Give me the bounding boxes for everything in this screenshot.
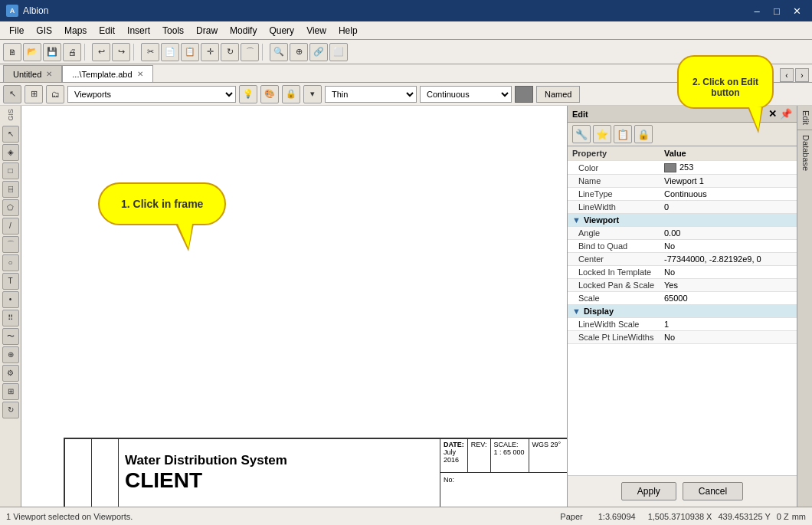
refresh-icon[interactable]: ↻ [2, 402, 19, 418]
dropdown-btn[interactable]: ▾ [303, 85, 322, 103]
tab-template[interactable]: ...\Template.abd ✕ [62, 65, 152, 82]
canvas-area[interactable]: 1. Click in frame Water Distribution Sys… [21, 106, 567, 507]
save-button[interactable]: 💾 [43, 43, 61, 61]
right-labels: Edit Database [797, 106, 812, 507]
menu-help[interactable]: Help [332, 24, 364, 38]
props-panel-wrap: Edit ✕ 📌 2. Click on Edit button [567, 106, 812, 507]
select-icon[interactable]: ↖ [2, 126, 19, 143]
new-button[interactable]: 🗎 [3, 43, 21, 61]
prop-val-2: Continuous [660, 188, 797, 201]
props-tool1[interactable]: 🔧 [572, 125, 591, 143]
menu-modify[interactable]: Modify [224, 24, 263, 38]
app-icon: A [6, 5, 18, 17]
menu-tools[interactable]: Tools [156, 24, 190, 38]
props-tool2[interactable]: ⭐ [593, 125, 611, 143]
redo-button[interactable]: ↪ [112, 43, 130, 61]
apply-button[interactable]: Apply [621, 482, 676, 500]
props-tool4[interactable]: 🔒 [634, 125, 653, 143]
lightbulb-btn[interactable]: 💡 [239, 85, 257, 103]
menu-gis[interactable]: GIS [30, 24, 58, 38]
snap-icon[interactable]: ⊕ [2, 346, 19, 363]
wave-icon[interactable]: 〜 [2, 328, 19, 345]
title-block: Water Distribution System CLIENT DATE: J… [64, 438, 567, 507]
col-header-value: Value [660, 146, 797, 161]
close-button[interactable]: ✕ [787, 3, 806, 18]
menu-edit[interactable]: Edit [93, 24, 121, 38]
edit-side-label[interactable]: Edit [797, 106, 812, 130]
props-tool3[interactable]: 📋 [614, 125, 632, 143]
menu-draw[interactable]: Draw [190, 24, 224, 38]
text-icon[interactable]: T [2, 273, 19, 290]
prop-val-8: No [660, 266, 797, 279]
move-button[interactable]: ✛ [201, 43, 219, 61]
status-coord-y: 439.453125 Y [718, 512, 770, 521]
cancel-button[interactable]: Cancel [683, 482, 743, 500]
toolbar-sep-3 [262, 44, 267, 61]
undo-button[interactable]: ↩ [92, 43, 110, 61]
status-bar: 1 Viewport selected on Viewports. Paper … [0, 507, 812, 525]
tab-template-close[interactable]: ✕ [137, 70, 143, 78]
menu-view[interactable]: View [300, 24, 332, 38]
print-button[interactable]: 🖨 [63, 43, 81, 61]
lock-btn[interactable]: 🔒 [282, 85, 300, 103]
prop-val-0: 253 [660, 161, 797, 175]
menu-maps[interactable]: Maps [58, 24, 93, 38]
select-tool-btn[interactable]: ↖ [3, 85, 21, 103]
title-bar: A Albion – □ ✕ [0, 0, 812, 21]
arc-button[interactable]: ⌒ [241, 43, 259, 61]
tab-untitled[interactable]: Untitled ✕ [3, 65, 62, 82]
database-side-label[interactable]: Database [797, 130, 812, 176]
zoom-button[interactable]: 🔍 [270, 43, 288, 61]
node-icon[interactable]: ◈ [2, 144, 19, 161]
menu-query[interactable]: Query [263, 24, 300, 38]
maximize-button[interactable]: □ [768, 3, 786, 18]
polygon-icon[interactable]: ⬠ [2, 199, 19, 216]
menu-insert[interactable]: Insert [121, 24, 156, 38]
rotate-button[interactable]: ↻ [221, 43, 239, 61]
tab-untitled-close[interactable]: ✕ [46, 70, 52, 78]
tab-prev[interactable]: ‹ [780, 68, 794, 82]
dots-icon[interactable]: ⠿ [2, 310, 19, 326]
line-icon[interactable]: / [2, 218, 19, 235]
prop-name-8: Locked In Template [568, 266, 660, 279]
tb-date-cell: DATE: July2016 [440, 439, 468, 472]
status-coord-z: 0 Z [777, 512, 789, 521]
gear-icon[interactable]: ⚙ [2, 365, 19, 382]
prop-name-5: Angle [568, 227, 660, 240]
fence-icon[interactable]: ⌸ [2, 181, 19, 198]
props-header-label: Edit [572, 110, 588, 119]
copy-button[interactable]: 📄 [161, 43, 179, 61]
prop-val-7: -77344000, -2.82192e9, 0 [660, 253, 797, 266]
dot-icon[interactable]: • [2, 291, 19, 308]
arc-icon[interactable]: ⌒ [2, 236, 19, 253]
layers-btn[interactable]: 🗂 [46, 85, 64, 103]
open-button[interactable]: 📂 [23, 43, 41, 61]
zoom2-button[interactable]: ⊕ [290, 43, 308, 61]
bubble2: 2. Click on Edit button [677, 55, 774, 109]
menu-file[interactable]: File [3, 24, 30, 38]
tb-right-bottom: No: [440, 473, 567, 487]
tb-scale-val: 1 : 65 000 [494, 448, 526, 456]
cut-button[interactable]: ✂ [141, 43, 159, 61]
linetype-select[interactable]: Thin [325, 86, 417, 103]
grid-icon[interactable]: ⊞ [2, 383, 19, 400]
color-sel-btn[interactable]: 🎨 [260, 85, 279, 103]
tb-scale-label: SCALE: [494, 441, 526, 448]
named-button[interactable]: Named [536, 86, 580, 103]
minimize-button[interactable]: – [748, 3, 766, 18]
crosshair-btn[interactable]: ⊞ [25, 85, 43, 103]
viewport-select[interactable]: Viewports [67, 86, 236, 103]
tb-date-val: July2016 [444, 448, 464, 464]
color-picker-box[interactable] [515, 86, 533, 103]
prop-name-7: Center [568, 253, 660, 266]
props-close-icon[interactable]: ✕ [768, 108, 777, 120]
props-pin-icon[interactable]: 📌 [780, 108, 792, 120]
continuous-select[interactable]: Continuous [420, 86, 512, 103]
pan-button[interactable]: 🔗 [309, 43, 328, 61]
select-button[interactable]: ⬜ [329, 43, 348, 61]
circle-icon[interactable]: ○ [2, 254, 19, 271]
prop-name-12: LineWidth Scale [568, 318, 660, 331]
paste-button[interactable]: 📋 [181, 43, 199, 61]
tab-next[interactable]: › [795, 68, 809, 82]
rect-icon[interactable]: □ [2, 162, 19, 179]
